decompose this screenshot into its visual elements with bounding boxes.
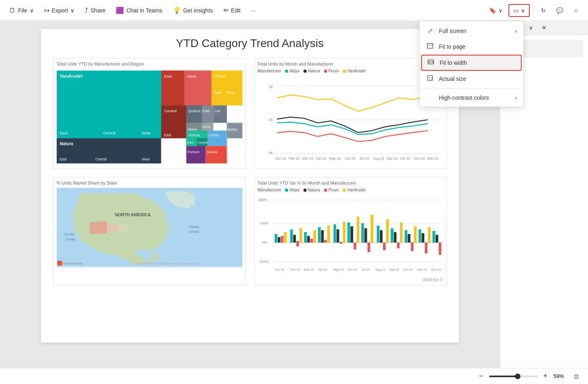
svg-text:Apr-14: Apr-14 (316, 156, 326, 160)
bar-chart-legend: Manufacturer Aliqui Natura Pirum VanArsd… (258, 188, 443, 192)
svg-rect-130 (418, 229, 421, 242)
file-button[interactable]: 🗋 File ∨ (5, 4, 38, 17)
svg-text:May-14: May-14 (333, 268, 344, 271)
svg-text:Jan-14: Jan-14 (275, 156, 286, 160)
svg-text:Apr-14: Apr-14 (318, 268, 328, 271)
zoom-slider[interactable] (489, 376, 537, 377)
svg-text:West: West (227, 90, 235, 94)
full-screen-item[interactable]: ⤢ Full screen › (420, 23, 523, 39)
svg-text:Dec-14: Dec-14 (427, 156, 438, 160)
svg-text:Pirum: Pirum (214, 74, 225, 78)
bar-chart-svg: 200% 100% 0% -100% (258, 194, 443, 274)
high-contrast-item[interactable]: High-contrast colors › (420, 90, 523, 105)
svg-rect-32 (213, 105, 227, 123)
map-chart: NORTH AMERICA Pacific Ocean Atlantic Oce… (57, 188, 242, 268)
more-button[interactable]: ··· (247, 4, 260, 16)
zoom-in-button[interactable]: + (541, 372, 550, 381)
svg-text:Quibus: Quibus (188, 109, 201, 113)
edit-button[interactable]: ✏ Edit (219, 4, 245, 17)
bar-legend-pirum: Pirum (324, 188, 339, 192)
zoom-out-button[interactable]: − (476, 372, 486, 381)
insights-button[interactable]: 💡 Get insights (168, 4, 217, 17)
bar-legend-vanarsdel: VanArsdel (343, 188, 365, 192)
map-container[interactable]: % Units Market Share by State (53, 177, 246, 285)
refresh-button[interactable]: ↻ (537, 4, 550, 16)
svg-rect-98 (304, 232, 307, 242)
bookmark-icon: 🔖 (489, 7, 496, 14)
share-button[interactable]: ⤴ Share (80, 4, 110, 17)
svg-text:Jan-14: Jan-14 (275, 268, 284, 271)
panel-reset-btn[interactable]: ✕ (539, 23, 549, 32)
svg-rect-101 (313, 230, 316, 242)
bar-legend-manufacturer: Manufacturer (258, 188, 281, 192)
svg-rect-106 (333, 224, 336, 242)
svg-text:Jul-14: Jul-14 (359, 156, 369, 160)
comment-icon: 💬 (556, 7, 563, 14)
svg-rect-96 (296, 241, 299, 246)
svg-text:Salvus: Salvus (207, 150, 217, 154)
svg-text:Currus: Currus (209, 133, 219, 137)
svg-text:Dec-14: Dec-14 (431, 268, 441, 271)
legend-natura: Natura (303, 69, 320, 73)
svg-text:East: East (214, 90, 221, 94)
charts-grid: Total Units YTD by Manufacturer and Regi… (53, 58, 447, 285)
svg-text:Fama: Fama (202, 125, 210, 129)
comment-button[interactable]: 💬 (552, 4, 568, 16)
svg-rect-90 (275, 234, 277, 242)
svg-text:0%: 0% (262, 240, 267, 244)
actual-size-item[interactable]: 1:1 Actual size (420, 71, 523, 87)
svg-text:Central: Central (103, 131, 115, 135)
view-button[interactable]: ▭ ∨ (508, 4, 530, 17)
share-icon: ⤴ (85, 7, 88, 14)
svg-rect-102 (318, 227, 321, 243)
svg-rect-94 (290, 229, 293, 242)
svg-text:Ocean: Ocean (189, 230, 199, 234)
svg-rect-91 (278, 237, 281, 242)
svg-rect-127 (408, 234, 410, 242)
zoom-control: − + 59% ⊡ (476, 372, 582, 381)
edit-icon: ✏ (223, 6, 229, 14)
svg-rect-92 (281, 236, 283, 242)
svg-rect-95 (293, 235, 296, 242)
fit-to-width-item[interactable]: Fit to width (421, 55, 522, 71)
chat-button[interactable]: 🟪 Chat in Teams (111, 4, 166, 17)
svg-rect-97 (299, 228, 302, 243)
svg-text:Mar-14: Mar-14 (304, 268, 314, 271)
export-button[interactable]: ↦ Export ∨ (40, 4, 79, 17)
bar-chart-container[interactable]: Total Units YTD Var % by Month and Manuf… (254, 177, 447, 285)
svg-text:Barba: Barba (227, 127, 237, 131)
svg-rect-124 (397, 242, 400, 248)
svg-text:100%: 100% (259, 221, 268, 225)
bookmark-button[interactable]: 🔖 ∨ (485, 4, 507, 16)
svg-text:Jul-14: Jul-14 (361, 268, 370, 271)
svg-text:Aug-14: Aug-14 (373, 156, 384, 160)
legend-manufacturer-label: Manufacturer (258, 69, 281, 73)
svg-text:West: West (187, 74, 196, 78)
svg-rect-105 (327, 226, 330, 242)
svg-text:East: East (59, 157, 67, 161)
svg-text:West: West (141, 157, 150, 161)
legend-vanarsdel: VanArsdel (343, 69, 365, 73)
separator (533, 6, 533, 15)
line-chart-container[interactable]: Total Units by Month and Manufacturer Ma… (254, 58, 447, 169)
svg-rect-116 (367, 242, 370, 252)
svg-text:Jun-14: Jun-14 (347, 268, 357, 271)
svg-text:Aug-14: Aug-14 (375, 268, 385, 271)
svg-rect-103 (321, 230, 324, 242)
panel-collapse-btn[interactable]: ∨ (526, 23, 536, 32)
fit-to-page-item[interactable]: Fit to page (420, 39, 523, 55)
fit-page-btn[interactable]: ⊡ (571, 372, 582, 381)
svg-rect-118 (377, 226, 379, 242)
svg-rect-121 (386, 219, 389, 242)
treemap-container[interactable]: Total Units YTD by Manufacturer and Regi… (53, 58, 246, 169)
svg-text:Microsoft Bing: Microsoft Bing (63, 262, 82, 265)
svg-rect-114 (361, 223, 364, 242)
svg-rect-34 (201, 105, 213, 123)
svg-text:Nov-14: Nov-14 (417, 268, 427, 271)
svg-text:Sep-14: Sep-14 (386, 156, 397, 160)
favorite-button[interactable]: ☆ (569, 4, 583, 16)
toolbar: 🗋 File ∨ ↦ Export ∨ ⤴ Share 🟪 Chat in Te… (0, 0, 588, 21)
fit-page-icon (426, 43, 434, 51)
legend-aliqui: Aliqui (285, 69, 299, 73)
svg-rect-122 (391, 228, 393, 243)
